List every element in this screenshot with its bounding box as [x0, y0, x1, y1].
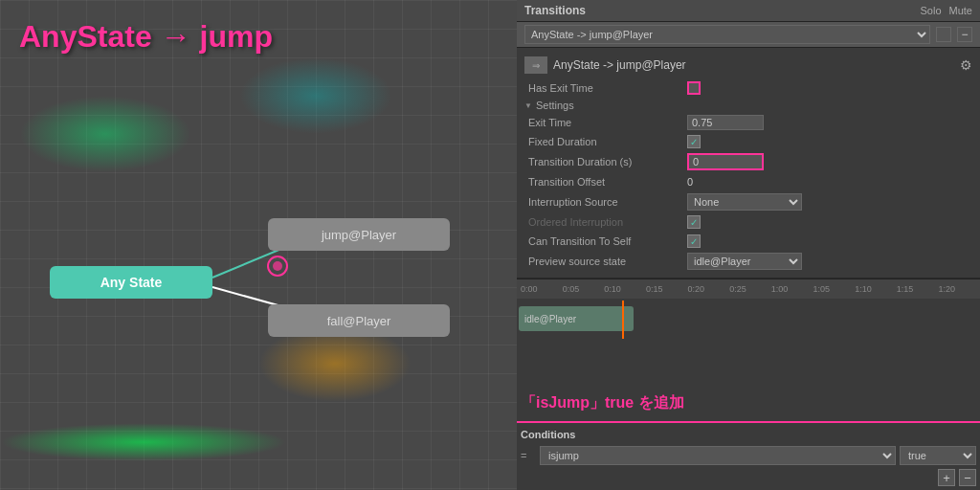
tick-2: 0:10 [602, 284, 644, 294]
add-condition-button[interactable]: + [938, 469, 955, 486]
transition-offset-label: Transition Offset [524, 176, 687, 188]
can-transition-to-self-checkbox[interactable] [687, 234, 701, 248]
minus-icon: − [964, 471, 971, 485]
can-transition-to-self-label: Can Transition To Self [524, 235, 687, 247]
glow-green2-blob [0, 423, 287, 461]
fixed-duration-row: Fixed Duration [524, 132, 972, 151]
interruption-source-row: Interruption Source None [524, 191, 972, 212]
any-state-label: Any State [100, 275, 163, 290]
minus-icon: − [961, 28, 968, 41]
has-exit-time-label: Has Exit Time [524, 82, 687, 94]
fixed-duration-checkbox[interactable] [687, 135, 701, 148]
exit-time-row: Exit Time [524, 113, 972, 132]
tick-1: 0:05 [561, 284, 603, 294]
remove-condition-button[interactable]: − [959, 469, 976, 486]
exit-time-input[interactable] [687, 115, 764, 130]
conditions-header: Conditions [521, 427, 976, 444]
gear-icon: ⚙ [960, 57, 972, 73]
exit-time-label: Exit Time [524, 117, 687, 128]
has-exit-time-row: Has Exit Time [524, 78, 972, 98]
panel-title: Transitions [524, 4, 586, 17]
glow-orange-blob [258, 325, 412, 402]
transition-offset-row: Transition Offset 0 [524, 172, 972, 191]
transition-duration-label: Transition Duration (s) [524, 156, 687, 167]
tick-6: 1:00 [769, 284, 812, 294]
transition-selector: AnyState -> jump@Player − [517, 22, 980, 48]
transition-duration-row: Transition Duration (s) [524, 151, 972, 172]
settings-section-header[interactable]: Settings [524, 98, 972, 113]
preview-source-row: Preview source state idle@Player [524, 251, 972, 272]
preview-source-label: Preview source state [524, 256, 687, 267]
tick-3: 0:15 [644, 284, 686, 294]
tick-9: 1:15 [895, 284, 937, 294]
transition-icon-symbol: ⇒ [532, 60, 540, 71]
jump-state-label: jump@Player [322, 228, 396, 242]
timeline-area: 0:00 0:05 0:10 0:15 0:20 0:25 1:00 1:05 … [517, 278, 980, 421]
panel-header: Transitions Solo Mute [517, 0, 980, 22]
glow-green-blob [19, 96, 191, 172]
timeline-ruler: 0:00 0:05 0:10 0:15 0:20 0:25 1:00 1:05 … [517, 279, 980, 299]
right-panel: Transitions Solo Mute AnyState -> jump@P… [517, 0, 980, 490]
interruption-source-select[interactable]: None [687, 193, 802, 211]
interruption-source-label: Interruption Source [524, 196, 687, 208]
fixed-duration-label: Fixed Duration [524, 136, 687, 147]
transition-checkbox[interactable] [936, 27, 951, 42]
transition-duration-input[interactable] [687, 153, 764, 170]
transition-minus-btn[interactable]: − [957, 27, 972, 42]
timeline-cursor[interactable] [622, 301, 624, 339]
tick-0: 0:00 [519, 284, 561, 294]
properties-area: ⇒ AnyState -> jump@Player ⚙ Has Exit Tim… [517, 48, 980, 278]
tick-4: 0:20 [686, 284, 728, 294]
ordered-interruption-row: Ordered Interruption [524, 212, 972, 232]
ordered-interruption-checkbox[interactable] [687, 215, 701, 229]
preview-source-select[interactable]: idle@Player [687, 253, 802, 270]
condition-value-select[interactable]: true [900, 446, 976, 465]
solo-label: Solo [921, 5, 942, 16]
transition-offset-value: 0 [687, 176, 972, 188]
jump-state-node[interactable]: jump@Player [268, 218, 450, 251]
mute-label: Mute [949, 5, 972, 16]
annotation-text: 「isJump」true を追加 [521, 393, 684, 413]
tick-10: 1:20 [936, 284, 978, 294]
transition-icon: ⇒ [524, 56, 547, 74]
header-actions: Solo Mute [921, 5, 973, 16]
clip-label: idle@Player [524, 314, 576, 324]
idle-clip[interactable]: idle@Player [519, 306, 634, 331]
ordered-interruption-label: Ordered Interruption [524, 216, 687, 228]
conditions-buttons: + − [521, 467, 976, 486]
timeline-track: idle@Player [517, 301, 980, 339]
conditions-area: Conditions = isjump true + − [517, 421, 980, 490]
left-panel: AnyState → jump Any State jump@Player fa… [0, 0, 517, 490]
fall-state-label: fall@Player [327, 314, 391, 328]
glow-teal-blob [239, 57, 392, 134]
condition-param-select[interactable]: isjump [540, 446, 896, 465]
has-exit-time-checkbox[interactable] [687, 81, 701, 95]
any-state-node[interactable]: Any State [50, 266, 212, 299]
transition-name-label: AnyState -> jump@Player [553, 58, 686, 72]
transition-name-row: ⇒ AnyState -> jump@Player ⚙ [524, 54, 972, 78]
fall-state-node[interactable]: fall@Player [268, 304, 450, 337]
can-transition-to-self-row: Can Transition To Self [524, 232, 972, 251]
condition-eq-label: = [521, 450, 536, 461]
plus-icon: + [943, 471, 950, 485]
settings-label: Settings [536, 100, 574, 111]
tick-8: 1:10 [853, 284, 895, 294]
condition-row: = isjump true [521, 444, 976, 467]
tick-7: 1:05 [811, 284, 853, 294]
page-title: AnyState → jump [19, 19, 273, 55]
tick-5: 0:25 [727, 284, 769, 294]
gear-btn[interactable]: ⚙ [960, 57, 972, 73]
transition-dropdown[interactable]: AnyState -> jump@Player [524, 25, 930, 44]
